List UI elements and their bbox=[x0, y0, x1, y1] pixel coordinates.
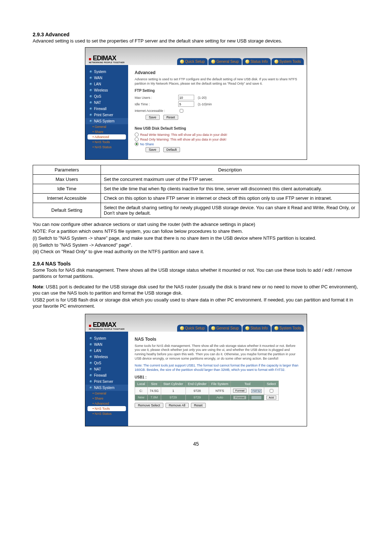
radio-no-share[interactable]: No Share bbox=[135, 142, 300, 146]
sidebar-item-firewall[interactable]: Firewall bbox=[85, 372, 128, 378]
nas-tools-intro: Some Tools for NAS disk management. Ther… bbox=[33, 267, 359, 280]
format-select[interactable]: FAT32 bbox=[251, 389, 262, 393]
sidebar-sub-advanced[interactable]: • Advanced bbox=[87, 134, 126, 139]
sidebar-item-system[interactable]: System bbox=[85, 335, 128, 341]
sidebar-sub-nas-tools[interactable]: • NAS Tools bbox=[85, 139, 128, 145]
tab-status-info[interactable]: Status Info bbox=[242, 58, 271, 65]
ftp-reset-button[interactable]: Reset bbox=[163, 115, 179, 120]
cell-size: 7.8M bbox=[147, 394, 161, 400]
content-pane: Advanced Advance setting is used to set … bbox=[128, 65, 307, 159]
sidebar-sub-share[interactable]: • Share bbox=[85, 396, 128, 401]
tab-system-tools[interactable]: System Tools bbox=[271, 58, 304, 65]
format-button: Format bbox=[233, 396, 246, 400]
cell-fs: Auto bbox=[209, 394, 231, 400]
sidebar-item-qos[interactable]: QoS bbox=[85, 360, 128, 366]
sidebar-item-nas-system[interactable]: NAS System bbox=[85, 118, 128, 124]
sidebar-item-print-server[interactable]: Print Server bbox=[85, 112, 128, 118]
section-title-nas-tools: 2.9.4 NAS Tools bbox=[33, 261, 359, 267]
th-description: Description bbox=[101, 165, 359, 174]
sidebar-item-wireless[interactable]: Wireless bbox=[85, 354, 128, 360]
internet-accessible-checkbox[interactable] bbox=[180, 109, 183, 113]
sidebar-sub-general[interactable]: • General bbox=[85, 124, 128, 129]
sidebar-item-qos[interactable]: QoS bbox=[85, 93, 128, 100]
tab-quick-setup[interactable]: Quick Setup bbox=[177, 58, 208, 65]
advance-note-p2: NOTE: For a partition which owns NTFS fi… bbox=[33, 228, 359, 235]
reset-button[interactable]: Reset bbox=[191, 403, 206, 408]
internet-accessible-label: Internet Accessable : bbox=[135, 109, 175, 113]
screenshot-nas-tools: EDIMAX NETWORKING PEOPLE TOGETHER Quick … bbox=[85, 314, 307, 426]
sidebar-item-lan[interactable]: LAN bbox=[85, 81, 128, 87]
sidebar-item-print-server[interactable]: Print Server bbox=[85, 378, 128, 385]
advance-note-p4: (ii) Switch to "NAS System -> Advanced" … bbox=[33, 242, 359, 248]
cell-size: 74.5G bbox=[147, 387, 161, 394]
add-button[interactable]: Add bbox=[266, 396, 276, 400]
sidebar-sub-nas-tools[interactable]: • NAS Tools bbox=[87, 406, 126, 411]
content-title: NAS Tools bbox=[135, 337, 300, 342]
logo-subtitle: NETWORKING PEOPLE TOGETHER bbox=[89, 328, 124, 330]
tab-status-info[interactable]: Status Info bbox=[242, 325, 271, 332]
sidebar-sub-share[interactable]: • Share bbox=[85, 129, 128, 134]
section-title-advanced: 2.9.3 Advanced bbox=[33, 32, 359, 37]
cell-local: New bbox=[135, 394, 148, 400]
nav-tabs: Quick Setup General Seup Status Info Sys… bbox=[177, 58, 304, 65]
bullet-icon bbox=[90, 108, 92, 110]
advance-note-p1: You can now configure other advance sect… bbox=[33, 222, 359, 228]
remove-all-button[interactable]: Remove All bbox=[166, 403, 189, 408]
sidebar-item-wireless[interactable]: Wireless bbox=[85, 87, 128, 93]
th-tool: Tool bbox=[231, 381, 264, 387]
content-intro: Advance setting is used to set FTP confi… bbox=[135, 77, 300, 86]
cell-start: 9729 bbox=[161, 394, 186, 400]
sidebar: System WAN LAN Wireless QoS NAT Firewall… bbox=[85, 332, 128, 426]
tab-general-setup[interactable]: General Seup bbox=[208, 58, 242, 65]
usb-default-button[interactable]: Default bbox=[163, 147, 180, 152]
nav-tabs: Quick Setup General Seup Status Info Sys… bbox=[177, 325, 304, 332]
sidebar-item-lan[interactable]: LAN bbox=[85, 348, 128, 354]
radio-icon bbox=[135, 142, 139, 146]
sidebar-item-nat[interactable]: NAT bbox=[85, 100, 128, 106]
format-button[interactable]: Format bbox=[233, 389, 246, 393]
sidebar-sub-nas-status[interactable]: • NAS Status bbox=[85, 411, 128, 416]
sidebar-sub-general[interactable]: • General bbox=[85, 391, 128, 396]
usb-save-button[interactable]: Save bbox=[146, 147, 160, 152]
cell-end: 9728 bbox=[185, 387, 209, 394]
param-name: Default Setting bbox=[33, 203, 101, 218]
idle-time-range: (1-10)min bbox=[198, 102, 212, 106]
select-checkbox[interactable] bbox=[270, 389, 273, 393]
tab-quick-setup[interactable]: Quick Setup bbox=[177, 325, 208, 332]
logo-dot bbox=[89, 58, 91, 60]
content-note: Note: The current tools just support USB… bbox=[135, 364, 300, 372]
logo-dot bbox=[89, 325, 91, 327]
tab-icon bbox=[274, 326, 278, 330]
radio-read-only[interactable]: Read Only Warning: This will show all yo… bbox=[135, 137, 300, 141]
tab-general-setup[interactable]: General Seup bbox=[208, 325, 242, 332]
sidebar-sub-advanced[interactable]: • Advanced bbox=[85, 401, 128, 406]
sidebar-item-nas-system[interactable]: NAS System bbox=[85, 385, 128, 391]
bullet-icon bbox=[90, 337, 92, 340]
bullet-icon bbox=[90, 368, 92, 370]
bullet-icon bbox=[90, 83, 92, 85]
bullet-icon bbox=[90, 114, 92, 116]
remove-select-button[interactable]: Remove Select bbox=[135, 403, 163, 408]
sidebar-item-wan[interactable]: WAN bbox=[85, 341, 128, 348]
ftp-title: FTP Setting bbox=[135, 89, 300, 93]
ftp-save-button[interactable]: Save bbox=[146, 115, 160, 120]
sidebar-item-nat[interactable]: NAT bbox=[85, 366, 128, 372]
tab-system-tools[interactable]: System Tools bbox=[271, 325, 304, 332]
bullet-icon bbox=[90, 70, 92, 73]
usb-default-title: New USB Disk Default Setting bbox=[135, 126, 300, 130]
table-row-new: New 7.8M 9729 9729 Auto Format FAT32 Add bbox=[135, 394, 279, 400]
param-name: Internet Accessible bbox=[33, 193, 101, 203]
sidebar-item-firewall[interactable]: Firewall bbox=[85, 106, 128, 112]
sidebar-item-wan[interactable]: WAN bbox=[85, 75, 128, 81]
max-users-input[interactable] bbox=[178, 95, 194, 100]
table-row: C: 74.5G 1 9728 NTFS Format FAT32 bbox=[135, 387, 279, 394]
tab-icon bbox=[211, 60, 215, 64]
idle-time-input[interactable] bbox=[178, 101, 194, 107]
bullet-icon bbox=[90, 356, 92, 358]
content-pane: NAS Tools Some tools for NAS disk manage… bbox=[128, 332, 307, 426]
radio-read-write[interactable]: Read Write Warning: This will show all y… bbox=[135, 133, 300, 137]
sidebar-sub-nas-status[interactable]: • NAS Status bbox=[85, 145, 128, 150]
sidebar-item-system[interactable]: System bbox=[85, 69, 128, 75]
param-desc: Set the idle time that when ftp clients … bbox=[101, 184, 359, 193]
bullet-icon bbox=[90, 374, 92, 377]
